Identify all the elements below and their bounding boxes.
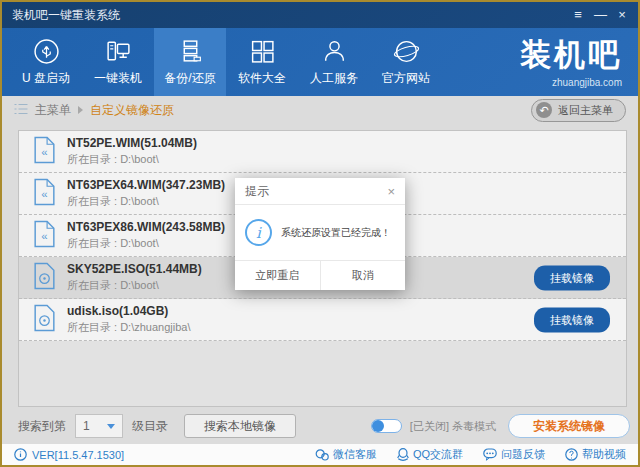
version-text: VER[11.5.47.1530] — [32, 449, 124, 461]
window-controls: ≡ — × — [572, 2, 628, 28]
wechat-icon — [315, 449, 329, 461]
status-link-label: 帮助视频 — [582, 447, 626, 462]
list-icon — [14, 103, 28, 118]
nav-item-software[interactable]: 软件大全 — [226, 28, 298, 96]
file-info: SKY52PE.ISO(51.44MB) 所在目录 : D:\boot\ — [67, 262, 202, 293]
info-icon — [14, 448, 27, 461]
version-info: VER[11.5.47.1530] — [14, 448, 124, 461]
nav-label: 软件大全 — [238, 70, 286, 87]
wim-file-icon: « — [33, 220, 56, 252]
antivirus-mode-toggle[interactable] — [371, 419, 402, 433]
svg-text:«: « — [41, 230, 47, 242]
file-row-nt52pe[interactable]: « NT52PE.WIM(51.04MB) 所在目录 : D:\boot\ — [19, 131, 626, 173]
title-bar: 装机吧一键重装系统 ≡ — × — [2, 2, 638, 28]
file-info: NT63PEX64.WIM(347.23MB) 所在目录 : D:\boot\ — [67, 178, 225, 209]
svg-text:«: « — [41, 188, 47, 200]
file-directory: 所在目录 : D:\boot\ — [67, 278, 202, 293]
svg-text:«: « — [41, 146, 47, 158]
right-footer-controls: [已关闭] 杀毒模式 安装系统镜像 — [371, 414, 630, 438]
file-info: NT63PEX86.WIM(243.58MB) 所在目录 : D:\boot\ — [67, 220, 225, 251]
file-directory: 所在目录 : D:\zhuangjiba\ — [67, 320, 191, 335]
search-local-images-button[interactable]: 搜索本地镜像 — [184, 414, 296, 438]
file-directory: 所在目录 : D:\boot\ — [67, 194, 225, 209]
footer-controls: 搜索到第 1 级目录 搜索本地镜像 [已关闭] 杀毒模式 安装系统镜像 — [18, 413, 630, 439]
window-title: 装机吧一键重装系统 — [12, 7, 120, 24]
menu-icon[interactable]: ≡ — [572, 2, 584, 28]
mount-image-button[interactable]: 挂载镜像 — [534, 265, 610, 290]
file-info: NT52PE.WIM(51.04MB) 所在目录 : D:\boot\ — [67, 136, 197, 167]
globe-icon — [393, 37, 420, 65]
logo-domain: zhuangjiba.com — [520, 77, 622, 88]
nav-item-one-click-install[interactable]: 一键装机 — [82, 28, 154, 96]
nav-item-usb-boot[interactable]: U 盘启动 — [10, 28, 82, 96]
status-link-label: QQ交流群 — [413, 447, 463, 462]
mount-image-button[interactable]: 挂载镜像 — [534, 307, 610, 332]
restore-complete-dialog: 提示 × i 系统还原设置已经完成！ 立即重启 取消 — [235, 178, 405, 290]
back-to-main-menu-button[interactable]: ↶ 返回主菜单 — [531, 99, 626, 122]
back-arrow-icon: ↶ — [536, 102, 552, 118]
wim-file-icon: « — [33, 178, 56, 210]
chevron-down-icon — [107, 424, 115, 429]
backup-restore-icon — [177, 37, 204, 65]
person-icon — [321, 37, 348, 65]
nav-item-backup-restore[interactable]: 备份/还原 — [154, 28, 226, 96]
file-directory: 所在目录 : D:\boot\ — [67, 236, 225, 251]
wim-file-icon: « — [33, 136, 56, 168]
install-system-image-button[interactable]: 安装系统镜像 — [508, 414, 630, 438]
computer-icon — [105, 37, 132, 65]
app-window: 装机吧一键重装系统 ≡ — × U 盘启动 一键装机 备份/还原 — [0, 0, 640, 467]
nav-label: U 盘启动 — [22, 70, 70, 87]
breadcrumb-root[interactable]: 主菜单 — [35, 102, 71, 119]
qq-group-link[interactable]: QQ交流群 — [397, 447, 463, 462]
close-icon[interactable]: × — [616, 2, 628, 28]
brand-logo: 装机吧 zhuangjiba.com — [520, 34, 622, 88]
status-bar: VER[11.5.47.1530] 微信客服 QQ交流群 问题反馈 帮助视频 — [2, 443, 638, 465]
antivirus-mode-label: [已关闭] 杀毒模式 — [410, 419, 496, 434]
help-video-link[interactable]: 帮助视频 — [565, 447, 626, 462]
minimize-icon[interactable]: — — [594, 2, 606, 28]
toggle-knob — [372, 420, 384, 432]
file-info: udisk.iso(1.04GB) 所在目录 : D:\zhuangjiba\ — [67, 304, 191, 335]
nav-item-support[interactable]: 人工服务 — [298, 28, 370, 96]
search-depth-prefix: 搜索到第 — [18, 418, 66, 435]
apps-grid-icon — [249, 37, 276, 65]
dialog-footer: 立即重启 取消 — [235, 260, 405, 290]
file-title: NT52PE.WIM(51.04MB) — [67, 136, 197, 150]
chat-bubble-icon — [483, 448, 497, 461]
search-depth-suffix: 级目录 — [132, 418, 168, 435]
qq-icon — [397, 448, 409, 461]
dialog-title: 提示 — [245, 183, 269, 200]
restart-now-button[interactable]: 立即重启 — [235, 261, 321, 290]
iso-file-icon — [33, 304, 56, 336]
dialog-message: 系统还原设置已经完成！ — [281, 226, 391, 240]
status-link-label: 问题反馈 — [501, 447, 545, 462]
file-title: udisk.iso(1.04GB) — [67, 304, 191, 318]
breadcrumb-current: 自定义镜像还原 — [90, 102, 174, 119]
back-button-label: 返回主菜单 — [558, 103, 613, 118]
status-link-label: 微信客服 — [333, 447, 377, 462]
question-icon — [565, 448, 578, 461]
dialog-close-icon[interactable]: × — [387, 184, 395, 199]
breadcrumb: 主菜单 自定义镜像还原 ↶ 返回主菜单 — [2, 96, 638, 124]
wechat-support-link[interactable]: 微信客服 — [315, 447, 377, 462]
main-nav: U 盘启动 一键装机 备份/还原 软件大全 人工服务 — [2, 28, 638, 96]
breadcrumb-arrow-icon — [78, 106, 83, 114]
info-circle-icon: i — [245, 219, 272, 246]
logo-text: 装机吧 — [520, 34, 622, 76]
file-row-udisk[interactable]: udisk.iso(1.04GB) 所在目录 : D:\zhuangjiba\ … — [19, 299, 626, 341]
directory-level-select[interactable]: 1 — [75, 414, 123, 438]
cancel-button[interactable]: 取消 — [321, 261, 406, 290]
status-links: 微信客服 QQ交流群 问题反馈 帮助视频 — [315, 447, 626, 462]
file-title: SKY52PE.ISO(51.44MB) — [67, 262, 202, 276]
file-title: NT63PEX64.WIM(347.23MB) — [67, 178, 225, 192]
dialog-body: i 系统还原设置已经完成！ — [235, 205, 405, 260]
file-title: NT63PEX86.WIM(243.58MB) — [67, 220, 225, 234]
nav-label: 官方网站 — [382, 70, 430, 87]
feedback-link[interactable]: 问题反馈 — [483, 447, 545, 462]
file-directory: 所在目录 : D:\boot\ — [67, 152, 197, 167]
nav-label: 备份/还原 — [164, 70, 215, 87]
nav-label: 一键装机 — [94, 70, 142, 87]
nav-item-website[interactable]: 官方网站 — [370, 28, 442, 96]
nav-label: 人工服务 — [310, 70, 358, 87]
usb-icon — [33, 37, 60, 65]
